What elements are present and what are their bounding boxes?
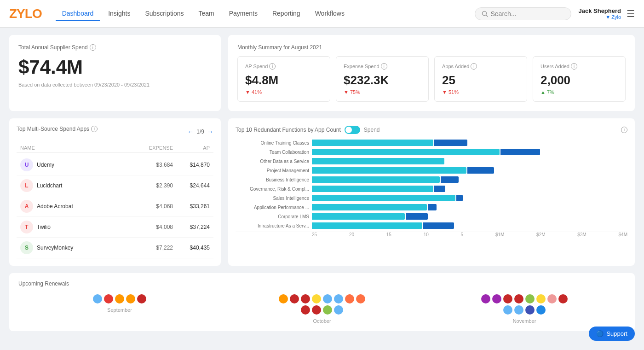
- renewal-dot[interactable]: [126, 294, 135, 303]
- renewal-month: September: [18, 294, 221, 324]
- bar-teal: [312, 186, 433, 192]
- renewal-dot[interactable]: [481, 294, 490, 303]
- renewal-dot[interactable]: [301, 294, 310, 303]
- app-expense: $4,008: [136, 224, 173, 230]
- search-input[interactable]: [491, 10, 564, 18]
- nav-workflows[interactable]: Workflows: [309, 7, 351, 21]
- renewal-dot[interactable]: [93, 294, 102, 303]
- x-axis-label: $1M: [495, 232, 504, 237]
- nav-dashboard[interactable]: Dashboard: [56, 7, 100, 21]
- monthly-summary-card: Monthly Summary for August 2021 AP Spend…: [228, 35, 635, 111]
- bar-label: Team Collaboration: [236, 150, 309, 155]
- prev-page-button[interactable]: ←: [187, 128, 194, 135]
- renewal-dot[interactable]: [279, 294, 288, 303]
- month-label: October: [313, 318, 331, 324]
- renewal-dot[interactable]: [547, 294, 557, 303]
- users-info-icon[interactable]: i: [571, 63, 577, 70]
- renewal-dot[interactable]: [334, 305, 343, 315]
- app-name: Twilio: [37, 224, 136, 230]
- metric-apps-added: Apps Added i 25 51%: [434, 56, 527, 102]
- renewal-dot[interactable]: [356, 294, 365, 303]
- nav-subscriptions[interactable]: Subscriptions: [138, 7, 190, 21]
- renewal-dots: [276, 294, 368, 315]
- renewal-month: October: [221, 294, 423, 324]
- renewal-dot[interactable]: [525, 305, 535, 315]
- main-content: Total Annual Supplier Spend i $74.4M Bas…: [0, 28, 644, 346]
- renewal-dot[interactable]: [323, 294, 332, 303]
- nav-payments[interactable]: Payments: [223, 7, 264, 21]
- renewal-dot[interactable]: [536, 305, 546, 315]
- renewal-dot[interactable]: [514, 305, 523, 315]
- app-icon: L: [20, 179, 33, 192]
- renewal-dot[interactable]: [323, 305, 332, 315]
- app-table-body: U Udemy $3,684 $14,870 L Lucidchart $2,3…: [17, 155, 213, 258]
- users-up-icon: [540, 89, 546, 95]
- app-icon: T: [20, 221, 33, 233]
- logo[interactable]: ZYLO: [9, 6, 42, 21]
- app-ap: $40,435: [173, 245, 210, 251]
- renewal-dot[interactable]: [115, 294, 124, 303]
- renewal-dot[interactable]: [137, 294, 146, 303]
- x-axis-label: $4M: [619, 232, 627, 237]
- renewal-dot[interactable]: [104, 294, 113, 303]
- bar-blue: [434, 140, 467, 146]
- bars-area: [312, 149, 627, 155]
- chart-toggle[interactable]: [345, 126, 360, 134]
- apps-table-info-icon[interactable]: i: [91, 126, 98, 132]
- metric-expense-spend: Expense Spend i $232.3K 75%: [336, 56, 429, 102]
- spend-info-icon[interactable]: i: [90, 44, 96, 51]
- apps-info-icon[interactable]: i: [471, 63, 477, 70]
- table-row: L Lucidchart $2,390 $24,644: [17, 175, 213, 196]
- x-axis-label: 5: [461, 232, 464, 237]
- renewal-dot[interactable]: [558, 294, 568, 303]
- chart-bar-row: Sales Intelligence: [236, 195, 627, 201]
- chart-info-icon[interactable]: i: [621, 127, 627, 133]
- renewal-dot[interactable]: [503, 305, 512, 315]
- user-company: ▼ Zylo: [605, 14, 621, 20]
- table-row: S SurveyMonkey $7,222 $40,435: [17, 238, 213, 258]
- renewal-dots: [93, 294, 146, 303]
- x-axis-label: 25: [312, 232, 317, 237]
- spend-card-title: Total Annual Supplier Spend i: [18, 44, 212, 51]
- month-label: November: [513, 318, 536, 324]
- bar-teal: [312, 167, 466, 174]
- x-axis: 252015105$1M$2M$3M$4M: [236, 232, 627, 237]
- bar-label: Application Performance ...: [236, 205, 309, 210]
- renewal-dot[interactable]: [492, 294, 501, 303]
- renewal-dot[interactable]: [525, 294, 535, 303]
- next-page-button[interactable]: →: [207, 128, 213, 135]
- chart-bar-row: Other Data as a Service: [236, 158, 627, 164]
- menu-icon[interactable]: ☰: [627, 8, 635, 19]
- renewal-dot[interactable]: [312, 294, 321, 303]
- svg-line-1: [486, 15, 488, 17]
- renewal-dot[interactable]: [514, 294, 523, 303]
- table-row: A Adobe Acrobat $4,068 $33,261: [17, 196, 213, 217]
- bar-label: Other Data as a Service: [236, 159, 309, 164]
- search-box[interactable]: [475, 7, 571, 20]
- renewal-dot[interactable]: [290, 294, 299, 303]
- bar-blue: [441, 176, 458, 183]
- app-expense: $3,684: [136, 162, 173, 168]
- renewal-month: November: [423, 294, 626, 324]
- support-button[interactable]: 🔵 Support: [589, 327, 635, 341]
- nav-team[interactable]: Team: [192, 7, 220, 21]
- bar-blue: [456, 195, 463, 201]
- renewal-dot[interactable]: [301, 305, 310, 315]
- user-name: Jack Shepherd: [579, 7, 621, 14]
- ap-info-icon[interactable]: i: [269, 63, 276, 70]
- bars-area: [312, 186, 627, 192]
- renewal-dot[interactable]: [345, 294, 354, 303]
- expense-info-icon[interactable]: i: [381, 63, 387, 70]
- renewals-card: Upcoming Renewals SeptemberOctoberNovemb…: [9, 273, 635, 331]
- renewal-dot[interactable]: [536, 294, 546, 303]
- bar-blue: [500, 149, 540, 155]
- app-icon: A: [20, 200, 33, 213]
- renewal-dot[interactable]: [334, 294, 343, 303]
- bars-area: [312, 204, 627, 210]
- renewals-title: Upcoming Renewals: [18, 280, 626, 287]
- renewal-dot[interactable]: [312, 305, 321, 315]
- support-icon: 🔵: [596, 330, 604, 337]
- nav-reporting[interactable]: Reporting: [266, 7, 307, 21]
- renewal-dot[interactable]: [503, 294, 512, 303]
- nav-insights[interactable]: Insights: [102, 7, 137, 21]
